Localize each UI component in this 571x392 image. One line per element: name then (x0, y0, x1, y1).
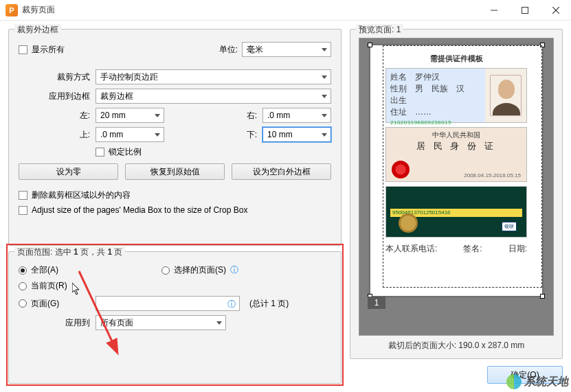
lock-ratio-checkbox[interactable]: 锁定比例 (96, 146, 142, 158)
range-pages-radio[interactable]: 页面(G) (19, 298, 90, 310)
apply-border-label: 应用到边框 (19, 91, 90, 102)
portrait-icon (490, 75, 522, 116)
adjust-mediabox-checkbox[interactable]: Adjust size of the pages' Media Box to t… (19, 205, 247, 215)
watermark: 系统天地 (506, 374, 568, 389)
apply-to-label: 应用到 (19, 317, 90, 329)
app-icon: P (5, 4, 18, 16)
crop-group-legend: 裁剪外边框 (14, 24, 61, 36)
info-icon: ⓘ (227, 299, 236, 310)
watermark-icon (506, 374, 522, 389)
margin-bottom-label: 下: (243, 129, 257, 141)
page-indicator: 1 (368, 297, 385, 309)
unit-select[interactable]: 毫米 (242, 42, 331, 57)
reset-button[interactable]: 恢复到原始值 (125, 163, 225, 180)
apply-to-select[interactable]: 所有页面 (96, 315, 226, 330)
preview-area: 需提供证件模板 姓名 罗仲汉 性别 男 民族 汉 出生 住址 …… 210203… (359, 38, 554, 336)
margin-right-label: 右: (243, 110, 257, 122)
range-group-legend: 页面范围: 选中 1 页，共 1 页 (14, 246, 125, 258)
crop-mode-label: 裁剪方式 (19, 71, 90, 83)
minimize-button[interactable] (478, 0, 509, 21)
window-title: 裁剪页面 (22, 4, 478, 16)
pages-input[interactable] (96, 296, 240, 311)
page-thumbnail[interactable]: 需提供证件模板 姓名 罗仲汉 性别 男 民族 汉 出生 住址 …… 210203… (370, 45, 542, 296)
margin-left-label: 左: (19, 110, 90, 122)
pages-total-label: (总计 1 页) (249, 298, 289, 310)
set-zero-button[interactable]: 设为零 (19, 163, 118, 180)
margin-top-input[interactable] (96, 127, 164, 142)
set-blank-button[interactable]: 设为空白外边框 (232, 163, 331, 180)
range-all-radio[interactable]: 全部(A) (19, 264, 156, 276)
bank-card: 9500481370125015416 银联 (385, 186, 527, 238)
info-icon: ⓘ (230, 264, 238, 276)
cursor-icon (72, 283, 80, 295)
crop-size-label: 裁切后的页面大小: 190.0 x 287.0 mm (359, 340, 554, 351)
delete-outside-checkbox[interactable]: 删除裁剪框区域以外的内容 (19, 189, 131, 201)
maximize-button[interactable] (509, 0, 540, 21)
margin-right-input[interactable] (262, 108, 331, 123)
svg-rect-1 (522, 7, 528, 13)
apply-border-select[interactable]: 裁剪边框 (96, 89, 331, 104)
unit-label: 单位: (219, 44, 238, 56)
margin-bottom-input[interactable] (262, 127, 331, 142)
show-all-checkbox[interactable]: 显示所有 (19, 44, 65, 56)
range-selected-radio[interactable]: 选择的页面(S) ⓘ (161, 264, 238, 276)
margin-left-input[interactable] (96, 108, 164, 123)
crop-mode-select[interactable]: 手动控制页边距 (96, 69, 331, 84)
margin-top-label: 上: (19, 129, 90, 141)
preview-legend: 预览页面: 1 (356, 24, 403, 36)
range-current-radio[interactable]: 当前页(R) (19, 280, 67, 292)
close-button[interactable] (540, 0, 571, 21)
coin-icon (399, 214, 418, 233)
unionpay-badge: 银联 (502, 222, 517, 231)
